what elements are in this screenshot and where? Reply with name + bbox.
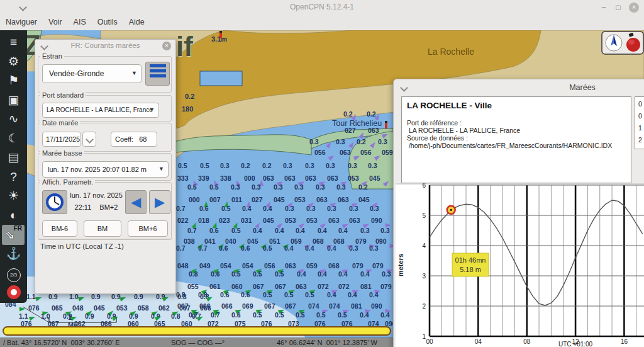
compass-gps-widget[interactable]	[601, 31, 644, 57]
chart-coverage-bar[interactable]	[3, 326, 391, 336]
current-speed-value: 0.3	[252, 184, 261, 191]
fr-currents-icon[interactable]: FR⇘	[2, 225, 25, 245]
current-speed-value: 0.6	[241, 245, 250, 252]
settings-icon[interactable]: ⚙	[0, 52, 27, 71]
current-direction-value: 067	[179, 305, 191, 312]
titlebar: OpenCPN 5.12.4-1 – ▢ ×	[0, 0, 644, 16]
chart-label: if	[176, 33, 193, 60]
current-speed-value: 0.3	[380, 227, 390, 234]
current-direction-value: 059	[291, 238, 302, 245]
separator	[38, 239, 173, 239]
opencpn-window: Zif3.1mLa RochelleTour Richelieu0.218005…	[0, 0, 644, 347]
current-direction-value: 059	[382, 149, 393, 156]
current-speed-value: 0.4	[360, 312, 369, 319]
main-toolbar: ≡⚙⚑▣∿☾▤?☀◐FR⇘⚓2/3	[0, 30, 27, 303]
tide-list-item[interactable]: 2	[638, 134, 644, 146]
current-direction-value: 079	[352, 263, 364, 270]
tide-list-item[interactable]: 0	[638, 110, 644, 122]
mob-icon[interactable]	[0, 283, 27, 302]
current-speed-value: 0.4	[338, 227, 348, 234]
port-label: Port standard	[40, 91, 86, 99]
date-label: Date marée	[40, 119, 80, 127]
current-speed-value: 0.3	[336, 184, 346, 191]
current-speed-value: 0.6	[209, 227, 219, 234]
port-select[interactable]: LA ROCHELLE - LA PALLICE, France ▼	[42, 103, 159, 118]
current-speed-value: 0.3	[336, 139, 345, 145]
tide-times-list[interactable]: 0012	[635, 96, 644, 149]
maximize-button[interactable]: ▢	[613, 3, 623, 13]
grib-icon[interactable]: 2/3	[0, 263, 27, 282]
estran-select[interactable]: Vendée-Gironde ▼	[42, 64, 142, 83]
current-speed-value: 0.5	[263, 292, 272, 299]
close-button[interactable]: ×	[629, 3, 639, 13]
current-speed-value: 0.4	[380, 312, 390, 319]
current-speed-value: 0.4	[348, 292, 357, 299]
current-speed-value: 0.4	[318, 271, 327, 278]
low-tide-select[interactable]: lun. 17 nov. 2025 20:07 01.82 m ▼	[42, 161, 169, 178]
svg-text:08: 08	[523, 338, 531, 345]
svg-text:6: 6	[422, 183, 426, 189]
tide-list-item[interactable]: 0	[638, 98, 644, 110]
menu-item-voir[interactable]: Voir	[43, 15, 68, 26]
menu-item-outils[interactable]: Outils	[92, 15, 123, 26]
chart-outlines-icon[interactable]: ☀	[0, 186, 27, 205]
next-step-button[interactable]: ▶	[149, 190, 170, 214]
current-direction-value: 066	[221, 303, 233, 310]
current-speed-value: 0.3	[368, 162, 377, 169]
current-speed-value: 0.4	[369, 292, 379, 299]
current-direction-value: 040	[225, 238, 236, 245]
estran-list-button[interactable]	[145, 62, 170, 86]
current-speed-value: 0.7	[187, 227, 197, 234]
help-icon[interactable]: ?	[0, 168, 27, 186]
wmm-plugin-icon[interactable]: ◐	[0, 206, 27, 225]
current-direction-value: 063	[349, 217, 360, 224]
track-icon[interactable]: ∿	[0, 110, 27, 128]
chart-label: 180	[182, 105, 193, 113]
reference-port-value: LA ROCHELLE - LA PALLICE, France	[407, 127, 626, 134]
current-speed-value: 0.5	[253, 271, 262, 278]
clock-icon	[43, 191, 67, 213]
tide-list-item[interactable]: 1	[638, 122, 644, 134]
clock-button[interactable]	[42, 190, 67, 214]
current-direction-value: 067	[285, 303, 296, 310]
menu-item-naviguer[interactable]: Naviguer	[0, 15, 43, 26]
previous-step-button[interactable]: ◀	[125, 190, 147, 214]
current-direction-value: 074	[308, 303, 319, 310]
current-speed-value: 0.5	[253, 312, 262, 319]
current-direction-value: 011	[231, 196, 242, 203]
anchor-icon[interactable]: ⚓	[0, 244, 27, 263]
menu-icon[interactable]: ≡	[0, 33, 27, 52]
display-params-label: Affich. Parametr.	[40, 178, 95, 186]
current-direction-value: 063	[285, 263, 296, 270]
beacon-icon	[219, 31, 222, 38]
current-direction-value: 054	[220, 263, 231, 270]
bm-button[interactable]: BM	[84, 220, 121, 237]
current-speed-value: 0.4	[263, 205, 272, 212]
tide-date-input[interactable]: 17/11/2025	[42, 132, 81, 147]
print-icon[interactable]: ▤	[0, 148, 27, 167]
current-speed-value: 0.8	[177, 293, 187, 300]
current-direction-value: 018	[198, 217, 209, 224]
menu-item-aide[interactable]: Aide	[123, 15, 150, 26]
current-direction-value: 338	[220, 175, 231, 182]
bm-plus-6-button[interactable]: BM+6	[128, 220, 168, 237]
current-speed-value: 0.4	[327, 292, 336, 299]
menu-item-ais[interactable]: AIS	[68, 15, 92, 26]
current-direction-value: 022	[177, 217, 189, 224]
bm-offset: BM+2	[99, 203, 118, 211]
minimize-button[interactable]: –	[599, 3, 609, 13]
current-direction-value: 060	[231, 283, 243, 290]
dialog-close-icon[interactable]: ×	[162, 42, 171, 50]
current-speed-value: 0.5	[316, 312, 326, 319]
current-speed-value: 0.4	[338, 271, 348, 278]
date-dropdown-button[interactable]	[82, 132, 96, 147]
current-direction-value: 041	[204, 238, 216, 245]
current-speed-value: 0.3	[316, 184, 325, 191]
route-create-icon[interactable]: ⚑	[0, 71, 27, 90]
night-mode-icon[interactable]: ☾	[0, 129, 27, 148]
coeff-label: Coeff:	[115, 135, 133, 143]
route-manager-icon[interactable]: ▣	[0, 91, 27, 110]
tide-curve-chart: 1234560004081216UTC +01:00meters01h 46mn…	[396, 183, 644, 347]
bm-minus-6-button[interactable]: BM-6	[42, 220, 77, 237]
current-speed-value: 0.4	[305, 245, 314, 252]
